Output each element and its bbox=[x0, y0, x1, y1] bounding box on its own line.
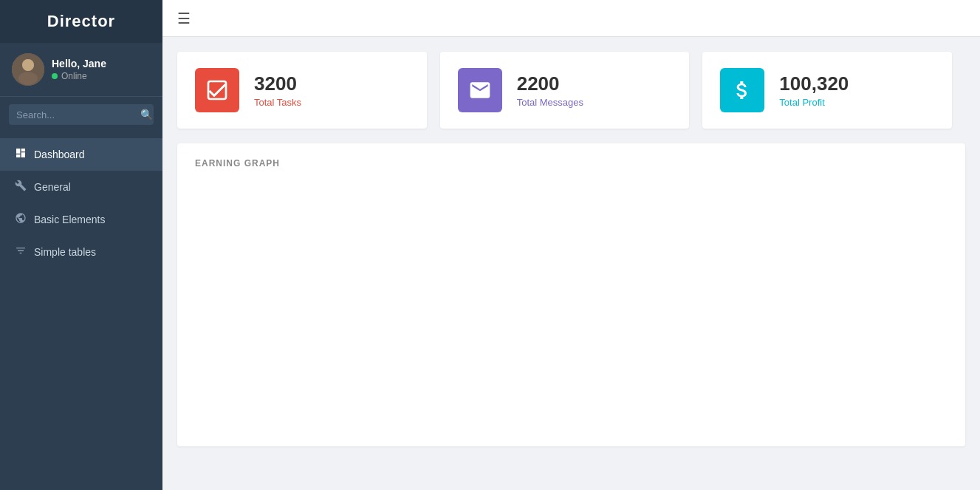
messages-value: 2200 bbox=[517, 72, 583, 95]
tasks-card-text: 3200 Total Tasks bbox=[254, 72, 301, 108]
svg-point-3 bbox=[22, 59, 34, 71]
tasks-icon-box bbox=[195, 68, 239, 112]
dashboard-icon bbox=[15, 147, 27, 162]
dollar-icon bbox=[730, 78, 754, 102]
wrench-icon bbox=[15, 180, 27, 194]
sidebar-item-simple-tables[interactable]: Simple tables bbox=[0, 236, 162, 268]
user-section: Hello, Jane Online bbox=[0, 43, 162, 97]
sidebar-item-general-label: General bbox=[34, 181, 71, 193]
status-dot bbox=[52, 73, 58, 79]
graph-area bbox=[195, 180, 948, 432]
sidebar-item-dashboard-label: Dashboard bbox=[34, 149, 85, 160]
main-content: ☰ 3200 Total Tasks bbox=[162, 0, 980, 490]
sidebar-item-dashboard[interactable]: Dashboard bbox=[0, 138, 162, 171]
messages-icon-box bbox=[458, 68, 502, 112]
search-input[interactable] bbox=[16, 109, 140, 120]
stat-card-tasks: 3200 Total Tasks bbox=[177, 52, 427, 129]
stat-card-profit: 100,320 Total Profit bbox=[702, 52, 952, 129]
checkmark-icon bbox=[205, 78, 229, 102]
app-title: Director bbox=[0, 0, 162, 43]
search-box[interactable]: 🔍 bbox=[9, 104, 154, 125]
sidebar: Director Hello, Jane Online 🔍 D bbox=[0, 0, 162, 490]
globe-icon bbox=[15, 212, 27, 227]
sidebar-item-general[interactable]: General bbox=[0, 171, 162, 203]
graph-title: EARNING GRAPH bbox=[195, 158, 948, 169]
avatar bbox=[12, 53, 44, 86]
stat-card-messages: 2200 Total Messages bbox=[440, 52, 690, 129]
profit-label: Total Profit bbox=[779, 97, 849, 108]
tasks-value: 3200 bbox=[254, 72, 301, 95]
user-name: Hello, Jane bbox=[52, 58, 106, 69]
envelope-icon bbox=[468, 78, 492, 102]
topbar: ☰ bbox=[162, 0, 980, 37]
user-status: Online bbox=[52, 71, 106, 81]
sidebar-item-simple-tables-label: Simple tables bbox=[34, 246, 96, 258]
profit-icon-box bbox=[720, 68, 764, 112]
sidebar-item-basic-elements[interactable]: Basic Elements bbox=[0, 203, 162, 236]
tasks-label: Total Tasks bbox=[254, 97, 301, 108]
filter-icon bbox=[15, 245, 27, 259]
hamburger-icon[interactable]: ☰ bbox=[177, 10, 191, 27]
search-icon[interactable]: 🔍 bbox=[140, 109, 153, 120]
svg-point-2 bbox=[18, 72, 38, 85]
messages-label: Total Messages bbox=[517, 97, 583, 108]
sidebar-item-basic-elements-label: Basic Elements bbox=[34, 214, 105, 225]
profit-card-text: 100,320 Total Profit bbox=[779, 72, 849, 108]
user-info: Hello, Jane Online bbox=[52, 58, 106, 81]
messages-card-text: 2200 Total Messages bbox=[517, 72, 583, 108]
svg-rect-4 bbox=[208, 81, 226, 99]
profit-value: 100,320 bbox=[779, 72, 849, 95]
earning-graph-section: EARNING GRAPH bbox=[177, 143, 965, 446]
stats-cards-area: 3200 Total Tasks 2200 Total Messages bbox=[162, 37, 980, 136]
status-text: Online bbox=[61, 71, 87, 81]
nav-menu: Dashboard General Basic Elements Simple … bbox=[0, 138, 162, 268]
